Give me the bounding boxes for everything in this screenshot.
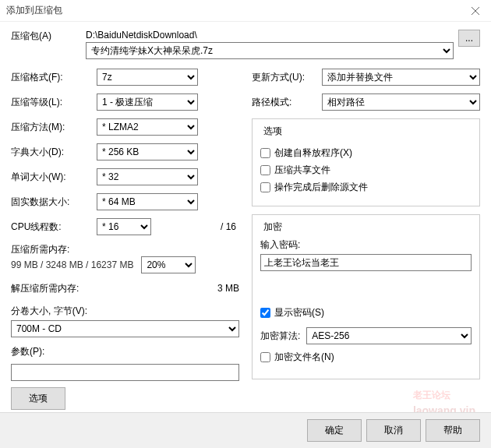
dict-select[interactable]: * 256 KB (97, 143, 198, 161)
delete-check-row[interactable]: 操作完成后删除源文件 (260, 181, 472, 194)
mem-pct-select[interactable]: 20% (141, 256, 196, 273)
mem-decomp-label: 解压缩所需内存: (11, 282, 217, 295)
encnames-label: 加密文件名(N) (274, 351, 334, 364)
sfx-check-row[interactable]: 创建自释放程序(X) (260, 146, 472, 160)
button-bar: 确定 取消 帮助 (0, 412, 491, 448)
method-label: 压缩方法(M): (11, 121, 97, 134)
mem-decomp-value: 3 MB (217, 283, 239, 294)
solid-label: 固实数据大小: (11, 196, 97, 209)
archive-label: 压缩包(A) (11, 30, 81, 43)
dict-label: 字典大小(D): (11, 146, 97, 159)
mem-comp-value: 99 MB / 3248 MB / 16237 MB (11, 259, 133, 270)
cpu-total: / 16 (151, 221, 239, 232)
word-select[interactable]: * 32 (97, 168, 198, 185)
help-button[interactable]: 帮助 (426, 419, 480, 442)
sfx-label: 创建自释放程序(X) (274, 146, 352, 160)
algo-label: 加密算法: (260, 330, 300, 343)
solid-select[interactable]: * 64 MB (97, 193, 198, 210)
window-title: 添加到压缩包 (6, 4, 62, 17)
shared-checkbox[interactable] (260, 165, 270, 175)
delete-label: 操作完成后删除源文件 (274, 181, 368, 194)
level-label: 压缩等级(L): (11, 96, 97, 109)
split-select[interactable]: 700M - CD (11, 320, 239, 337)
pathmode-select[interactable]: 相对路径 (322, 93, 480, 111)
level-select[interactable]: 1 - 极速压缩 (97, 93, 198, 111)
word-label: 单词大小(W): (11, 171, 97, 184)
shared-label: 压缩共享文件 (274, 164, 330, 177)
browse-button[interactable]: ... (458, 30, 480, 47)
showpwd-checkbox[interactable] (260, 308, 270, 318)
options-group: 选项 创建自释放程序(X) 压缩共享文件 操作完成后删除源文件 (252, 118, 480, 206)
showpwd-check-row[interactable]: 显示密码(S) (260, 306, 472, 319)
archive-name-combo[interactable]: 专约清纯学妹X大神呆呆虎.7z (86, 42, 454, 59)
encrypt-group: 加密 输入密码: 显示密码(S) 加密算法: AES-256 加密文件名(N) (252, 214, 480, 379)
encnames-checkbox[interactable] (260, 352, 270, 362)
mem-comp-label: 压缩所需内存: (11, 243, 239, 256)
password-input[interactable] (260, 254, 472, 271)
options-legend: 选项 (260, 125, 285, 138)
encnames-check-row[interactable]: 加密文件名(N) (260, 351, 472, 364)
window-titlebar: 添加到压缩包 (0, 0, 491, 22)
cpu-select[interactable]: * 16 (97, 218, 151, 235)
ok-button[interactable]: 确定 (307, 419, 362, 442)
showpwd-label: 显示密码(S) (274, 306, 324, 319)
delete-checkbox[interactable] (260, 182, 270, 192)
pwd-label: 输入密码: (260, 238, 472, 252)
split-label: 分卷大小, 字节(V): (11, 305, 239, 318)
encrypt-legend: 加密 (260, 220, 285, 234)
update-select[interactable]: 添加并替换文件 (322, 69, 480, 86)
format-select[interactable]: 7z (97, 69, 198, 86)
format-label: 压缩格式(F): (11, 71, 97, 84)
params-input[interactable] (11, 364, 239, 381)
close-icon[interactable] (460, 0, 491, 22)
pathmode-label: 路径模式: (252, 96, 322, 109)
algo-select[interactable]: AES-256 (306, 327, 472, 344)
update-label: 更新方式(U): (252, 71, 322, 84)
options-button[interactable]: 选项 (11, 387, 65, 410)
sfx-checkbox[interactable] (260, 148, 270, 158)
params-label: 参数(P): (11, 345, 239, 358)
cancel-button[interactable]: 取消 (366, 419, 421, 442)
method-select[interactable]: * LZMA2 (97, 118, 198, 136)
shared-check-row[interactable]: 压缩共享文件 (260, 164, 472, 177)
archive-path: D:\BaiduNetdiskDownload\ (86, 30, 454, 41)
cpu-label: CPU线程数: (11, 220, 97, 234)
